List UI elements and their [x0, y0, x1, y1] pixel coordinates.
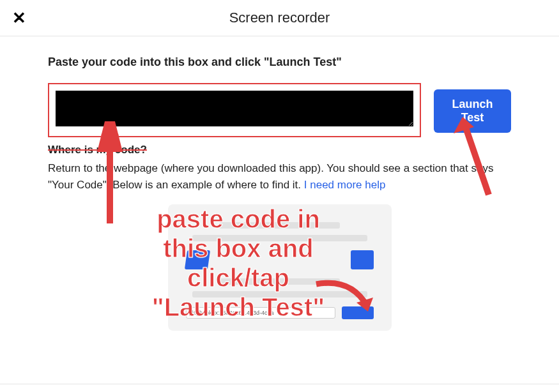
- help-text-body: Return to the webpage (where you downloa…: [48, 162, 493, 191]
- footer-divider: [0, 384, 559, 384]
- example-code-row: playbookux://5e3a16...413d-4cea: [186, 306, 374, 319]
- code-input-row: Launch Test: [48, 83, 511, 137]
- need-more-help-link[interactable]: I need more help: [304, 179, 386, 191]
- example-line: [219, 278, 339, 285]
- example-os-icon: [184, 250, 210, 269]
- close-button[interactable]: ✕: [11, 10, 27, 26]
- instruction-heading: Paste your code into this box and click …: [48, 56, 511, 69]
- help-text: Return to the webpage (where you downloa…: [48, 160, 511, 193]
- code-box-highlight: [48, 83, 421, 137]
- example-icon-row: [186, 250, 374, 269]
- modal-title: Screen recorder: [0, 10, 559, 26]
- modal-content: Paste your code into this box and click …: [0, 36, 559, 331]
- example-screenshot: playbookux://5e3a16...413d-4cea: [168, 204, 392, 331]
- example-os-icon: [351, 250, 374, 269]
- where-is-code-heading: Where is my code?: [48, 144, 511, 156]
- close-icon: ✕: [12, 8, 26, 28]
- modal-header: ✕ Screen recorder: [0, 0, 559, 36]
- code-input[interactable]: [56, 91, 413, 126]
- launch-test-button[interactable]: Launch Test: [434, 89, 511, 133]
- example-line: [219, 222, 339, 229]
- example-button: [342, 306, 374, 319]
- example-line: [192, 235, 367, 241]
- example-code-text: playbookux://5e3a16...413d-4cea: [186, 307, 335, 319]
- example-line: [192, 291, 367, 298]
